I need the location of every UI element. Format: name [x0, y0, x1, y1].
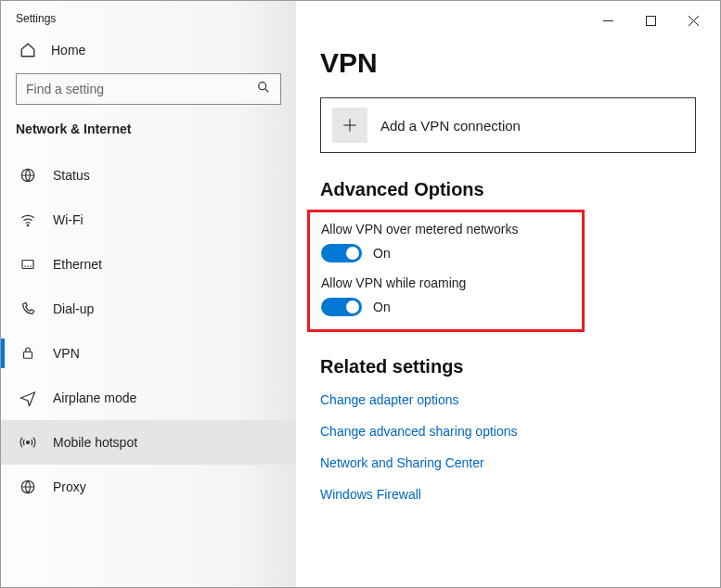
sidebar-item-label: Airplane mode	[53, 390, 136, 405]
svg-point-0	[259, 83, 266, 90]
option-roaming: Allow VPN while roaming On	[321, 275, 571, 316]
advanced-options-header: Advanced Options	[320, 179, 696, 200]
sidebar: Settings Home Network & Internet Status	[1, 1, 296, 587]
link-firewall[interactable]: Windows Firewall	[320, 487, 696, 502]
sidebar-item-dialup[interactable]: Dial-up	[1, 287, 296, 331]
svg-rect-9	[646, 16, 655, 25]
proxy-icon	[19, 479, 36, 495]
sidebar-item-label: Wi-Fi	[53, 212, 84, 227]
toggle-metered[interactable]	[321, 244, 362, 262]
sidebar-item-status[interactable]: Status	[1, 153, 296, 198]
related-links: Change adapter options Change advanced s…	[320, 392, 696, 502]
sidebar-item-airplane[interactable]: Airplane mode	[1, 376, 296, 420]
search-input[interactable]	[16, 73, 281, 105]
svg-line-1	[265, 89, 268, 92]
add-vpn-button[interactable]: Add a VPN connection	[320, 97, 696, 153]
search-icon	[256, 80, 271, 98]
home-icon	[19, 42, 36, 58]
related-settings-header: Related settings	[320, 356, 696, 377]
sidebar-item-label: Status	[53, 168, 90, 183]
airplane-icon	[19, 390, 36, 406]
home-button[interactable]: Home	[1, 32, 296, 68]
sidebar-item-proxy[interactable]: Proxy	[1, 465, 296, 509]
section-label: Network & Internet	[1, 116, 296, 153]
dialup-icon	[19, 300, 36, 317]
toggle-roaming[interactable]	[321, 298, 362, 316]
sidebar-item-hotspot[interactable]: Mobile hotspot	[1, 420, 296, 465]
sidebar-item-label: Proxy	[53, 479, 86, 494]
status-icon	[19, 167, 36, 184]
sidebar-item-label: Mobile hotspot	[53, 435, 137, 450]
add-vpn-label: Add a VPN connection	[380, 118, 521, 134]
toggle-metered-state: On	[373, 246, 391, 261]
close-button[interactable]	[672, 6, 715, 34]
svg-rect-5	[24, 352, 32, 359]
link-adapter-options[interactable]: Change adapter options	[320, 392, 696, 407]
main-content: VPN Add a VPN connection Advanced Option…	[296, 1, 720, 587]
toggle-roaming-state: On	[373, 300, 391, 314]
vpn-icon	[19, 345, 36, 362]
window-controls	[586, 6, 715, 34]
svg-point-3	[27, 224, 29, 226]
sidebar-item-label: Dial-up	[53, 301, 94, 316]
option-metered: Allow VPN over metered networks On	[321, 222, 571, 262]
svg-point-6	[27, 441, 30, 444]
sidebar-item-label: Ethernet	[53, 257, 102, 272]
window-title: Settings	[1, 1, 296, 32]
svg-rect-4	[22, 261, 33, 269]
highlighted-region: Allow VPN over metered networks On Allow…	[307, 210, 585, 332]
option-roaming-label: Allow VPN while roaming	[321, 275, 571, 290]
minimize-button[interactable]	[586, 6, 629, 34]
sidebar-item-wifi[interactable]: Wi-Fi	[1, 198, 296, 242]
home-label: Home	[51, 43, 85, 58]
option-metered-label: Allow VPN over metered networks	[321, 222, 571, 236]
search-field[interactable]	[26, 82, 256, 96]
sidebar-item-label: VPN	[53, 346, 80, 361]
link-sharing-options[interactable]: Change advanced sharing options	[320, 424, 696, 439]
sidebar-item-ethernet[interactable]: Ethernet	[1, 242, 296, 287]
hotspot-icon	[19, 434, 36, 451]
maximize-button[interactable]	[629, 6, 672, 34]
plus-icon	[332, 108, 367, 143]
sidebar-nav: Status Wi-Fi Ethernet Dial-up VPN Airpla…	[1, 153, 296, 509]
wifi-icon	[19, 211, 36, 228]
page-title: VPN	[320, 47, 696, 79]
link-network-center[interactable]: Network and Sharing Center	[320, 455, 696, 470]
sidebar-item-vpn[interactable]: VPN	[1, 331, 296, 376]
ethernet-icon	[19, 256, 36, 273]
